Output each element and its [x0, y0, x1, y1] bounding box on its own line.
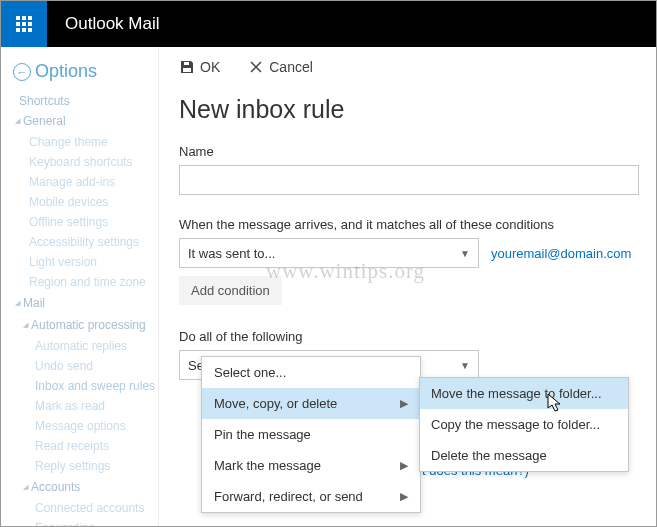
chevron-right-icon: ▶: [400, 397, 408, 410]
menu-item-label: Move, copy, or delete: [214, 396, 337, 411]
nav-item-mobile-devices[interactable]: Mobile devices: [13, 192, 158, 212]
nav-item-reply-settings[interactable]: Reply settings: [13, 456, 158, 476]
menu-item-forward[interactable]: Forward, redirect, or send ▶: [202, 481, 420, 512]
submenu-copy-folder[interactable]: Copy the message to folder...: [420, 409, 628, 440]
action-dropdown: Select one... Move, copy, or delete ▶ Pi…: [201, 356, 421, 513]
chevron-right-icon: ▶: [400, 459, 408, 472]
options-sidebar: ← Options Shortcuts General Change theme…: [1, 47, 159, 526]
nav-group-mail[interactable]: Mail: [13, 292, 158, 314]
chevron-right-icon: ▶: [400, 490, 408, 503]
add-condition-button[interactable]: Add condition: [179, 276, 282, 305]
app-title: Outlook Mail: [65, 14, 159, 34]
title-bar: Outlook Mail: [1, 1, 656, 47]
close-icon: [248, 59, 264, 75]
nav-group-auto-processing[interactable]: Automatic processing: [13, 314, 158, 336]
rule-name-input[interactable]: [179, 165, 639, 195]
page-title: New inbox rule: [179, 95, 640, 124]
nav-item-region-timezone[interactable]: Region and time zone: [13, 272, 158, 292]
nav-item-auto-replies[interactable]: Automatic replies: [13, 336, 158, 356]
app-launcher-button[interactable]: [1, 1, 47, 47]
name-label: Name: [179, 144, 640, 159]
chevron-down-icon: ▼: [460, 360, 470, 371]
submenu-delete[interactable]: Delete the message: [420, 440, 628, 471]
menu-item-mark[interactable]: Mark the message ▶: [202, 450, 420, 481]
nav-item-message-options[interactable]: Message options: [13, 416, 158, 436]
nav-item-accessibility[interactable]: Accessibility settings: [13, 232, 158, 252]
menu-item-label: Pin the message: [214, 427, 311, 442]
toolbar: OK Cancel: [179, 59, 640, 75]
nav-item-undo-send[interactable]: Undo send: [13, 356, 158, 376]
action-submenu: Move the message to folder... Copy the m…: [419, 377, 629, 472]
nav-item-inbox-rules[interactable]: Inbox and sweep rules: [13, 376, 158, 396]
options-title: Options: [35, 61, 97, 82]
nav-item-read-receipts[interactable]: Read receipts: [13, 436, 158, 456]
ok-button[interactable]: OK: [179, 59, 220, 75]
back-arrow-icon: ←: [13, 63, 31, 81]
actions-label: Do all of the following: [179, 329, 640, 344]
back-to-options[interactable]: ← Options: [13, 61, 158, 82]
ok-label: OK: [200, 59, 220, 75]
menu-item-move-copy-delete[interactable]: Move, copy, or delete ▶: [202, 388, 420, 419]
submenu-move-folder[interactable]: Move the message to folder...: [420, 378, 628, 409]
menu-item-pin[interactable]: Pin the message: [202, 419, 420, 450]
cancel-label: Cancel: [269, 59, 313, 75]
chevron-down-icon: ▼: [460, 248, 470, 259]
save-icon: [179, 59, 195, 75]
cancel-button[interactable]: Cancel: [248, 59, 313, 75]
nav-item-connected-accounts[interactable]: Connected accounts: [13, 498, 158, 518]
nav-group-general[interactable]: General: [13, 110, 158, 132]
nav-shortcuts[interactable]: Shortcuts: [13, 92, 158, 110]
nav-item-offline-settings[interactable]: Offline settings: [13, 212, 158, 232]
nav-group-accounts[interactable]: Accounts: [13, 476, 158, 498]
nav-item-mark-read[interactable]: Mark as read: [13, 396, 158, 416]
menu-item-label: Select one...: [214, 365, 286, 380]
nav-item-manage-addins[interactable]: Manage add-ins: [13, 172, 158, 192]
condition-select-value: It was sent to...: [188, 246, 275, 261]
recipient-link[interactable]: youremail@domain.com: [491, 246, 631, 261]
nav-item-light-version[interactable]: Light version: [13, 252, 158, 272]
menu-item-label: Mark the message: [214, 458, 321, 473]
menu-item-select-one[interactable]: Select one...: [202, 357, 420, 388]
nav-item-change-theme[interactable]: Change theme: [13, 132, 158, 152]
nav-item-forwarding[interactable]: Forwarding: [13, 518, 158, 527]
conditions-label: When the message arrives, and it matches…: [179, 217, 640, 232]
menu-item-label: Forward, redirect, or send: [214, 489, 363, 504]
nav-item-keyboard-shortcuts[interactable]: Keyboard shortcuts: [13, 152, 158, 172]
waffle-icon: [16, 16, 32, 32]
condition-select[interactable]: It was sent to... ▼: [179, 238, 479, 268]
